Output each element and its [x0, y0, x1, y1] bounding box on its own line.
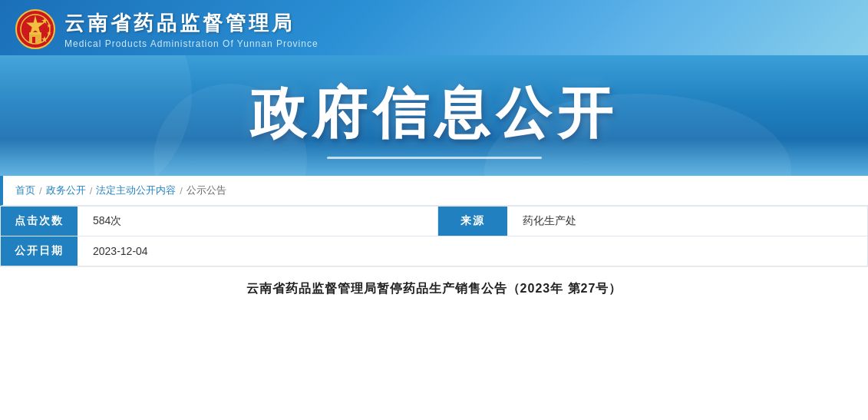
views-label: 点击次数 — [1, 207, 78, 236]
breadcrumb-sep-2: / — [90, 185, 93, 197]
banner-main-title: 政府信息公开 — [0, 77, 868, 150]
source-value: 药化生产处 — [507, 207, 867, 236]
breadcrumb-current: 公示公告 — [186, 184, 226, 197]
article-title: 云南省药品监督管理局暂停药品生产销售公告（2023年 第27号） — [31, 281, 837, 297]
breadcrumb-sep-1: / — [39, 185, 42, 197]
svg-rect-8 — [32, 37, 35, 43]
banner-section: 政府信息公开 — [0, 55, 868, 176]
page-header: 云南省药品监督管理局 Medical Products Administrati… — [0, 0, 868, 55]
meta-row-date: 公开日期 2023-12-04 — [1, 236, 867, 266]
meta-row-views: 点击次数 584次 来源 药化生产处 — [1, 207, 867, 236]
banner-underline — [327, 157, 542, 159]
views-value: 584次 — [78, 207, 437, 236]
article-title-section: 云南省药品监督管理局暂停药品生产销售公告（2023年 第27号） — [0, 266, 868, 305]
date-value: 2023-12-04 — [78, 236, 867, 266]
breadcrumb-fading[interactable]: 法定主动公开内容 — [96, 184, 176, 197]
org-name-cn: 云南省药品监督管理局 — [64, 10, 318, 37]
breadcrumb-sep-3: / — [180, 185, 183, 197]
breadcrumb-home[interactable]: 首页 — [15, 184, 35, 197]
org-logo-icon — [15, 9, 55, 49]
source-label: 来源 — [438, 207, 507, 236]
breadcrumb: 首页 / 政务公开 / 法定主动公开内容 / 公示公告 — [0, 176, 868, 206]
svg-rect-9 — [29, 32, 41, 35]
org-name-en: Medical Products Administration Of Yunna… — [64, 38, 318, 49]
breadcrumb-zhengwu[interactable]: 政务公开 — [46, 184, 86, 197]
meta-table: 点击次数 584次 来源 药化生产处 公开日期 2023-12-04 — [0, 206, 868, 266]
content-area: 首页 / 政务公开 / 法定主动公开内容 / 公示公告 点击次数 584次 来源… — [0, 176, 868, 305]
date-label: 公开日期 — [1, 236, 78, 266]
